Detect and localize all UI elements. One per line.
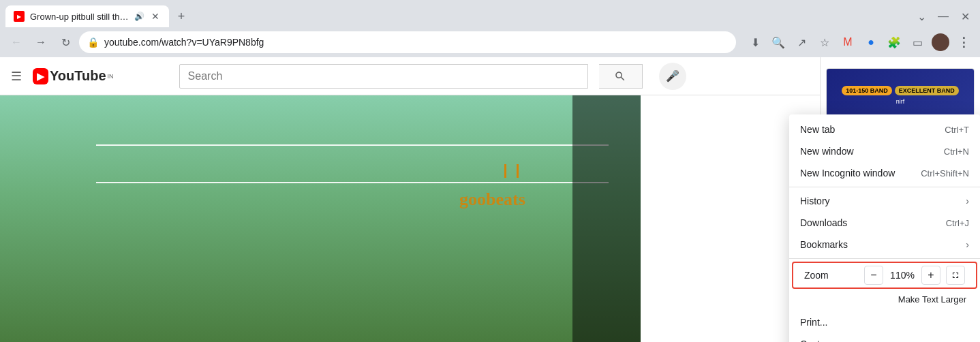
menu-history-arrow: › bbox=[966, 196, 969, 206]
gmail-icon[interactable]: M bbox=[837, 31, 859, 53]
youtube-logo-sup: IN bbox=[108, 73, 114, 80]
zoom-label: Zoom bbox=[804, 270, 859, 281]
extensions-puzzle-icon[interactable]: 🧩 bbox=[883, 31, 905, 53]
hamburger-menu-icon[interactable]: ☰ bbox=[11, 69, 22, 84]
share-icon[interactable]: ↗ bbox=[791, 31, 812, 53]
fence-mid bbox=[96, 182, 609, 183]
menu-bookmarks-arrow: › bbox=[966, 239, 969, 250]
menu-item-print[interactable]: Print... bbox=[789, 311, 980, 333]
page-content: ☰ ▶ YouTube IN 🎤 bbox=[0, 57, 980, 342]
video-player[interactable]: goobeats bbox=[0, 95, 641, 342]
new-tab-button[interactable]: + bbox=[172, 7, 191, 26]
zoom-decrease-button[interactable]: − bbox=[864, 266, 883, 285]
fence-top bbox=[96, 144, 609, 146]
menu-downloads-label: Downloads bbox=[800, 217, 938, 228]
google-meet-icon[interactable]: ● bbox=[860, 31, 882, 53]
tab-bar: Grown-up pitbull still thinks 🔊 ✕ + ⌄ — … bbox=[0, 0, 980, 27]
ad-content: 101-150 BAND EXCELLENT BAND nirf bbox=[827, 83, 974, 108]
nirf-badge: 101-150 BAND bbox=[842, 86, 892, 95]
tab-title: Grown-up pitbull still thinks bbox=[30, 12, 129, 22]
youtube-logo[interactable]: ▶ YouTube IN bbox=[33, 68, 114, 84]
secure-lock-icon: 🔒 bbox=[87, 37, 99, 48]
youtube-header: ☰ ▶ YouTube IN 🎤 bbox=[0, 57, 820, 95]
zoom-icon[interactable]: 🔍 bbox=[767, 31, 789, 53]
search-input[interactable] bbox=[180, 70, 587, 82]
menu-new-tab-shortcut: Ctrl+T bbox=[945, 125, 969, 135]
user-avatar bbox=[932, 33, 949, 51]
zoom-value: 110% bbox=[889, 270, 916, 281]
ad-badges: 101-150 BAND EXCELLENT BAND bbox=[842, 86, 959, 95]
menu-incognito-label: New Incognito window bbox=[800, 168, 913, 178]
chrome-close-button[interactable]: ✕ bbox=[955, 7, 975, 26]
profile-avatar[interactable] bbox=[930, 31, 951, 53]
nirf-label: nirf bbox=[896, 98, 905, 105]
url-bar[interactable]: 🔒 youtube.com/watch?v=UYaR9PN8bfg bbox=[79, 31, 736, 53]
menu-item-new-tab[interactable]: New tab Ctrl+T bbox=[789, 119, 980, 140]
fullscreen-icon bbox=[951, 270, 960, 280]
address-bar: ← → ↻ 🔒 youtube.com/watch?v=UYaR9PN8bfg … bbox=[0, 27, 980, 57]
search-box[interactable] bbox=[179, 64, 588, 89]
menu-divider-1 bbox=[789, 187, 980, 187]
url-text: youtube.com/watch?v=UYaR9PN8bfg bbox=[104, 37, 728, 48]
zoom-increase-button[interactable]: + bbox=[921, 266, 940, 285]
youtube-page: ☰ ▶ YouTube IN 🎤 bbox=[0, 57, 820, 342]
menu-cast-label: Cast... bbox=[800, 339, 969, 342]
menu-item-history[interactable]: History › bbox=[789, 190, 980, 212]
chrome-minimize-button[interactable]: ⌄ bbox=[912, 7, 931, 26]
make-text-larger-button[interactable]: Make Text Larger bbox=[887, 289, 977, 310]
zoom-fullscreen-button[interactable] bbox=[946, 266, 965, 285]
tab-audio-icon: 🔊 bbox=[134, 12, 144, 21]
video-scene-bg bbox=[0, 95, 641, 342]
chrome-restore-button[interactable]: — bbox=[934, 7, 953, 26]
youtube-logo-text: YouTube bbox=[50, 68, 106, 84]
cast-icon[interactable]: ▭ bbox=[906, 31, 928, 53]
make-text-larger-row: Make Text Larger bbox=[789, 287, 980, 311]
excellent-badge: EXCELLENT BAND bbox=[895, 86, 959, 95]
menu-item-bookmarks[interactable]: Bookmarks › bbox=[789, 234, 980, 255]
menu-item-incognito[interactable]: New Incognito window Ctrl+Shift+N bbox=[789, 162, 980, 184]
video-background: goobeats bbox=[0, 95, 641, 342]
menu-item-downloads[interactable]: Downloads Ctrl+J bbox=[789, 212, 980, 234]
menu-new-tab-label: New tab bbox=[800, 124, 936, 135]
chrome-dropdown-menu: New tab Ctrl+T New window Ctrl+N New Inc… bbox=[789, 114, 980, 342]
menu-new-window-label: New window bbox=[800, 146, 936, 157]
address-bar-icons: ⬇ 🔍 ↗ ☆ M ● 🧩 ▭ ⋮ bbox=[744, 31, 975, 53]
tab-close-button[interactable]: ✕ bbox=[150, 11, 161, 22]
menu-downloads-shortcut: Ctrl+J bbox=[946, 218, 969, 228]
menu-history-label: History bbox=[800, 196, 958, 206]
reload-button[interactable]: ↻ bbox=[55, 31, 76, 53]
menu-new-window-shortcut: Ctrl+N bbox=[944, 146, 969, 157]
menu-item-new-window[interactable]: New window Ctrl+N bbox=[789, 140, 980, 162]
search-button[interactable] bbox=[599, 64, 643, 89]
tab-bar-right: ⌄ — ✕ bbox=[912, 7, 975, 26]
bookmark-star-icon[interactable]: ☆ bbox=[814, 31, 836, 53]
menu-incognito-shortcut: Ctrl+Shift+N bbox=[921, 168, 969, 178]
chrome-menu-button[interactable]: ⋮ bbox=[953, 31, 975, 53]
antenna-right bbox=[517, 164, 519, 178]
zoom-control-row: Zoom − 110% + bbox=[792, 262, 977, 289]
video-dark-right bbox=[572, 95, 641, 342]
back-button[interactable]: ← bbox=[5, 31, 27, 53]
menu-bookmarks-label: Bookmarks bbox=[800, 239, 958, 250]
forward-button[interactable]: → bbox=[30, 31, 52, 53]
menu-item-cast[interactable]: Cast... bbox=[789, 333, 980, 342]
goobeats-watermark: goobeats bbox=[459, 189, 525, 210]
download-icon[interactable]: ⬇ bbox=[744, 31, 766, 53]
youtube-logo-icon: ▶ bbox=[33, 68, 48, 84]
tab-favicon bbox=[14, 11, 25, 22]
menu-divider-2 bbox=[789, 258, 980, 259]
antenna-left bbox=[504, 164, 506, 178]
menu-print-label: Print... bbox=[800, 317, 969, 328]
active-tab[interactable]: Grown-up pitbull still thinks 🔊 ✕ bbox=[5, 5, 169, 27]
mic-button[interactable]: 🎤 bbox=[659, 63, 686, 90]
